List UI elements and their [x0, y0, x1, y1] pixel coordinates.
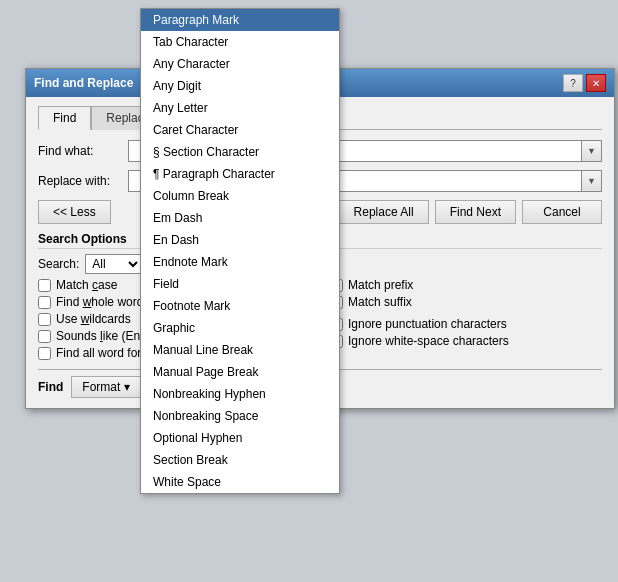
dropdown-item[interactable]: Graphic: [141, 317, 339, 339]
dropdown-item[interactable]: White Space: [141, 471, 339, 493]
ignore-white-row: Ignore white-space characters: [330, 334, 602, 348]
titlebar-buttons: ? ✕: [563, 74, 606, 92]
dropdown-item[interactable]: Nonbreaking Space: [141, 405, 339, 427]
match-suffix-label: Match suffix: [348, 295, 412, 309]
dialog-title: Find and Replace: [34, 76, 133, 90]
ignore-white-label: Ignore white-space characters: [348, 334, 509, 348]
ignore-punct-label: Ignore punctuation characters: [348, 317, 507, 331]
find-what-dropdown-arrow[interactable]: ▼: [582, 140, 602, 162]
ignore-punct-row: Ignore punctuation characters: [330, 317, 602, 331]
dropdown-item[interactable]: Nonbreaking Hyphen: [141, 383, 339, 405]
find-all-checkbox[interactable]: [38, 347, 51, 360]
dropdown-item[interactable]: Any Letter: [141, 97, 339, 119]
match-prefix-row: Match prefix: [330, 278, 602, 292]
dropdown-item[interactable]: En Dash: [141, 229, 339, 251]
dropdown-item[interactable]: Paragraph Mark: [141, 9, 339, 31]
dropdown-item[interactable]: Endnote Mark: [141, 251, 339, 273]
search-mode-label: Search:: [38, 257, 79, 271]
match-prefix-label: Match prefix: [348, 278, 413, 292]
find-what-label: Find what:: [38, 144, 128, 158]
use-wildcard-checkbox[interactable]: [38, 313, 51, 326]
dropdown-item[interactable]: Footnote Mark: [141, 295, 339, 317]
dropdown-item[interactable]: Column Break: [141, 185, 339, 207]
dropdown-item[interactable]: Section Break: [141, 449, 339, 471]
replace-with-dropdown-arrow[interactable]: ▼: [582, 170, 602, 192]
options-col-right: Match prefix Match suffix Ignore punctua…: [330, 278, 602, 363]
dropdown-item[interactable]: § Section Character: [141, 141, 339, 163]
dropdown-item[interactable]: Tab Character: [141, 31, 339, 53]
format-button[interactable]: Format ▾: [71, 376, 140, 398]
dropdown-item[interactable]: Field: [141, 273, 339, 295]
help-button[interactable]: ?: [563, 74, 583, 92]
dropdown-item[interactable]: Caret Character: [141, 119, 339, 141]
replace-all-button[interactable]: Replace All: [339, 200, 429, 224]
find-whole-checkbox[interactable]: [38, 296, 51, 309]
match-suffix-row: Match suffix: [330, 295, 602, 309]
less-button[interactable]: << Less: [38, 200, 111, 224]
bottom-find-label: Find: [38, 380, 63, 394]
dropdown-item[interactable]: Manual Line Break: [141, 339, 339, 361]
use-wildcard-label: Use wildcards: [56, 312, 131, 326]
dropdown-item[interactable]: Optional Hyphen: [141, 427, 339, 449]
close-button[interactable]: ✕: [586, 74, 606, 92]
tab-find[interactable]: Find: [38, 106, 91, 130]
dropdown-item[interactable]: ¶ Paragraph Character: [141, 163, 339, 185]
special-dropdown-menu: Paragraph MarkTab CharacterAny Character…: [140, 8, 340, 494]
sounds-like-checkbox[interactable]: [38, 330, 51, 343]
dropdown-item[interactable]: Any Character: [141, 53, 339, 75]
dropdown-item[interactable]: Em Dash: [141, 207, 339, 229]
match-case-label: Match case: [56, 278, 117, 292]
find-next-button[interactable]: Find Next: [435, 200, 516, 224]
dropdown-item[interactable]: Manual Page Break: [141, 361, 339, 383]
cancel-button[interactable]: Cancel: [522, 200, 602, 224]
search-mode-select[interactable]: All Up Down: [85, 254, 142, 274]
dropdown-item[interactable]: Any Digit: [141, 75, 339, 97]
replace-with-label: Replace with:: [38, 174, 128, 188]
match-case-checkbox[interactable]: [38, 279, 51, 292]
